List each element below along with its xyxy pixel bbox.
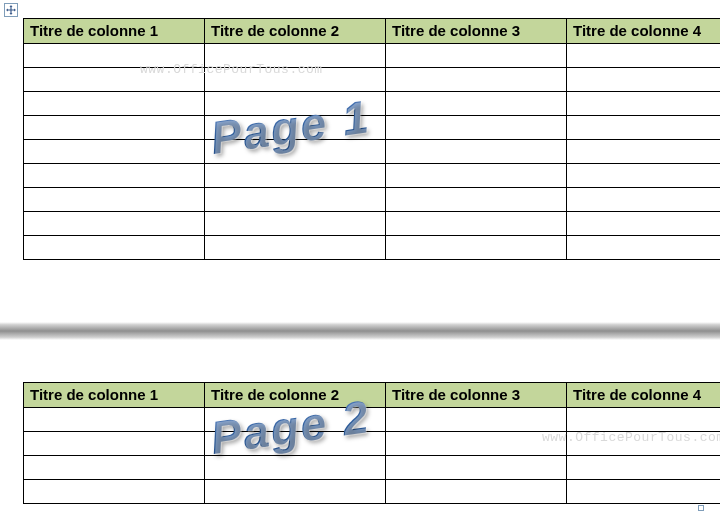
column-header[interactable]: Titre de colonne 2 (205, 19, 386, 44)
table-cell[interactable] (205, 140, 386, 164)
table-cell[interactable] (567, 44, 721, 68)
table-cell[interactable] (24, 236, 205, 260)
table-cell[interactable] (567, 188, 721, 212)
table-cell[interactable] (24, 480, 205, 504)
table-cell[interactable] (24, 44, 205, 68)
table-cell[interactable] (205, 92, 386, 116)
page-break-bar (0, 322, 720, 340)
table-cell[interactable] (386, 212, 567, 236)
table-cell[interactable] (386, 140, 567, 164)
column-header[interactable]: Titre de colonne 2 (205, 383, 386, 408)
table-cell[interactable] (386, 456, 567, 480)
table-cell[interactable] (205, 408, 386, 432)
table-row[interactable] (24, 212, 721, 236)
table-row[interactable] (24, 408, 721, 432)
table-cell[interactable] (24, 140, 205, 164)
table-cell[interactable] (205, 44, 386, 68)
column-header[interactable]: Titre de colonne 4 (567, 383, 721, 408)
column-header[interactable]: Titre de colonne 3 (386, 383, 567, 408)
table-cell[interactable] (386, 164, 567, 188)
table-cell[interactable] (205, 164, 386, 188)
table-cell[interactable] (386, 44, 567, 68)
table-cell[interactable] (24, 188, 205, 212)
table-cell[interactable] (205, 188, 386, 212)
table-cell[interactable] (205, 236, 386, 260)
table-cell[interactable] (567, 116, 721, 140)
table-cell[interactable] (205, 212, 386, 236)
table-cell[interactable] (567, 212, 721, 236)
table-page-1[interactable]: Titre de colonne 1Titre de colonne 2Titr… (23, 18, 720, 260)
table-row[interactable] (24, 456, 721, 480)
table-row[interactable] (24, 188, 721, 212)
table-cell[interactable] (567, 92, 721, 116)
column-header[interactable]: Titre de colonne 1 (24, 19, 205, 44)
move-arrows-icon (6, 5, 16, 15)
table-move-handle[interactable] (4, 3, 18, 17)
table-cell[interactable] (24, 68, 205, 92)
table-cell[interactable] (205, 68, 386, 92)
table-cell[interactable] (567, 456, 721, 480)
table-cell[interactable] (205, 480, 386, 504)
column-header[interactable]: Titre de colonne 1 (24, 383, 205, 408)
table-cell[interactable] (386, 68, 567, 92)
table-cell[interactable] (24, 212, 205, 236)
table-cell[interactable] (24, 408, 205, 432)
table-row[interactable] (24, 480, 721, 504)
table-row[interactable] (24, 68, 721, 92)
table-row[interactable] (24, 44, 721, 68)
table-cell[interactable] (386, 116, 567, 140)
table-cell[interactable] (386, 236, 567, 260)
table-cell[interactable] (567, 432, 721, 456)
table-cell[interactable] (567, 236, 721, 260)
column-header[interactable]: Titre de colonne 4 (567, 19, 721, 44)
table-row[interactable] (24, 140, 721, 164)
table-cell[interactable] (24, 92, 205, 116)
table-cell[interactable] (567, 68, 721, 92)
table-page-2[interactable]: Titre de colonne 1Titre de colonne 2Titr… (23, 382, 720, 504)
table-cell[interactable] (24, 116, 205, 140)
table-cell[interactable] (24, 164, 205, 188)
table-cell[interactable] (567, 480, 721, 504)
table-cell[interactable] (24, 432, 205, 456)
table-cell[interactable] (205, 456, 386, 480)
table-cell[interactable] (205, 116, 386, 140)
table-cell[interactable] (386, 432, 567, 456)
table-row[interactable] (24, 432, 721, 456)
table-resize-handle[interactable] (698, 505, 704, 511)
table-cell[interactable] (24, 456, 205, 480)
table-cell[interactable] (205, 432, 386, 456)
table-row[interactable] (24, 92, 721, 116)
table-cell[interactable] (567, 164, 721, 188)
table-cell[interactable] (567, 140, 721, 164)
column-header[interactable]: Titre de colonne 3 (386, 19, 567, 44)
table-row[interactable] (24, 236, 721, 260)
table-row[interactable] (24, 164, 721, 188)
table-cell[interactable] (386, 480, 567, 504)
table-cell[interactable] (386, 408, 567, 432)
table-cell[interactable] (567, 408, 721, 432)
table-cell[interactable] (386, 92, 567, 116)
table-cell[interactable] (386, 188, 567, 212)
table-row[interactable] (24, 116, 721, 140)
